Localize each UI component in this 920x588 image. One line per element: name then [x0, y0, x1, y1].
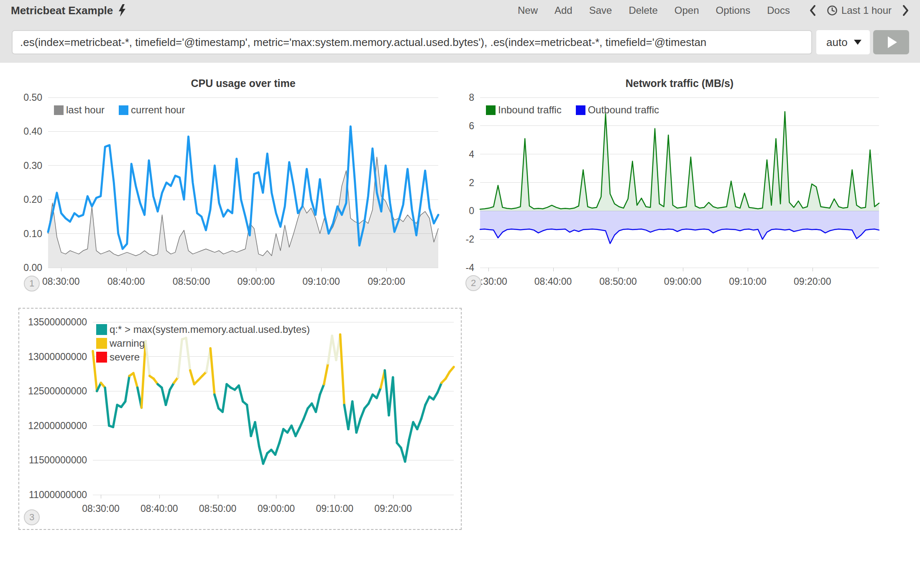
nav-open-button[interactable]: Open [675, 5, 699, 16]
time-picker-label: Last 1 hour [841, 5, 892, 16]
time-picker-button[interactable]: Last 1 hour [827, 5, 892, 16]
legend-label: severe [110, 351, 140, 363]
chart-number-badge: 1 [24, 276, 40, 291]
legend-item: last hour [54, 104, 105, 116]
nav-options-button[interactable]: Options [716, 5, 751, 16]
run-query-button[interactable] [873, 30, 909, 54]
nav-new-button[interactable]: New [518, 5, 538, 16]
timelion-query-input[interactable] [12, 30, 812, 54]
top-nav: New Add Save Delete Open Options Docs [518, 5, 909, 16]
header-area: Metricbeat Example New Add Save Delete O… [0, 0, 920, 63]
app-title: Metricbeat Example [11, 4, 126, 17]
chevron-right-icon [902, 5, 909, 16]
query-bar: auto [12, 30, 909, 54]
legend-item: Outbound traffic [576, 104, 659, 116]
legend-label: current hour [131, 104, 185, 116]
warning-swatch [96, 338, 107, 349]
interval-select[interactable]: auto [816, 30, 870, 54]
memory-chart-legend: q:* > max(system.memory.actual.used.byte… [96, 324, 310, 363]
legend-item: warning [96, 337, 145, 349]
legend-label: warning [110, 337, 145, 349]
chart-number-badge: 2 [465, 275, 481, 291]
legend-label: Outbound traffic [588, 104, 659, 116]
current-hour-swatch [119, 105, 128, 115]
nav-add-button[interactable]: Add [555, 5, 572, 16]
network-chart-legend: Inbound traffic Outbound traffic [486, 104, 659, 116]
network-chart-title: Network traffic (MB/s) [480, 77, 879, 89]
interval-value: auto [826, 36, 848, 49]
nav-delete-button[interactable]: Delete [629, 5, 657, 16]
cpu-chart-legend: last hour current hour [54, 104, 185, 116]
legend-label: q:* > max(system.memory.actual.used.byte… [110, 324, 310, 335]
nav-docs-button[interactable]: Docs [767, 5, 790, 16]
legend-item: severe [96, 351, 140, 363]
chart-number-badge: 3 [24, 509, 40, 525]
time-forward-button[interactable] [902, 5, 909, 16]
app-title-text: Metricbeat Example [11, 4, 113, 17]
legend-item: current hour [119, 104, 185, 116]
last-hour-swatch [54, 105, 64, 115]
network-chart-plot[interactable]: Inbound traffic Outbound traffic 86420-2… [480, 97, 879, 268]
outbound-swatch [576, 105, 585, 115]
caret-down-icon [854, 40, 861, 45]
legend-item: q:* > max(system.memory.actual.used.byte… [96, 324, 310, 335]
legend-label: last hour [66, 104, 105, 116]
severe-swatch [96, 352, 107, 363]
time-back-button[interactable] [809, 5, 816, 16]
inbound-swatch [486, 105, 496, 115]
cpu-chart-title: CPU usage over time [48, 77, 438, 89]
play-icon [888, 36, 897, 48]
timelion-bolt-icon [118, 4, 126, 17]
memory-series-swatch [96, 324, 107, 335]
clock-icon [827, 5, 838, 16]
legend-item: Inbound traffic [486, 104, 562, 116]
nav-save-button[interactable]: Save [589, 5, 612, 16]
memory-chart-plot[interactable]: q:* > max(system.memory.actual.used.byte… [93, 322, 454, 495]
cpu-chart-plot[interactable]: last hour current hour 0.500.400.300.200… [48, 97, 438, 268]
legend-label: Inbound traffic [498, 104, 562, 116]
time-navigation: Last 1 hour [809, 5, 909, 16]
chevron-left-icon [809, 5, 816, 16]
top-bar: Metricbeat Example New Add Save Delete O… [0, 0, 920, 21]
